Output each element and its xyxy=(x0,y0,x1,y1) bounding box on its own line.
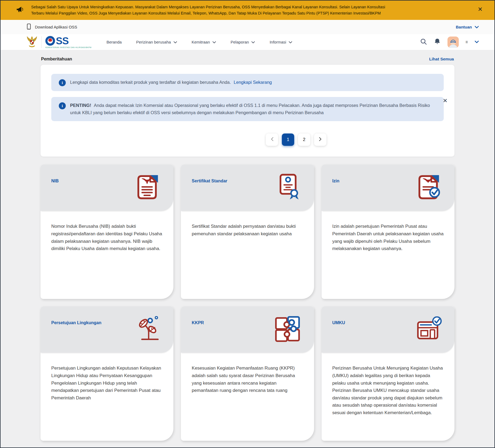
announcement-banner: Sebagai Salah Satu Upaya Untuk Meningkat… xyxy=(1,1,494,20)
card-description: Sertifikat Standar adalah pernyataan dan… xyxy=(181,211,314,237)
search-icon xyxy=(420,38,427,46)
license-cards-grid: NIB xyxy=(41,165,454,448)
alert-bold-prefix: PENTING! xyxy=(70,103,91,108)
close-icon: ✕ xyxy=(478,6,483,13)
pagination-next-button[interactable] xyxy=(314,133,326,146)
bell-icon xyxy=(434,38,441,46)
megaphone-icon xyxy=(16,6,24,14)
card-description: Nomor Induk Berusaha (NIB) adalah bukti … xyxy=(41,211,173,252)
chevron-down-icon xyxy=(173,40,177,44)
see-all-link[interactable]: Lihat Semua xyxy=(429,57,454,62)
close-icon: ✕ xyxy=(443,97,447,104)
card-persetujuan-lingkungan[interactable]: Persetujuan Lingkungan xyxy=(41,306,173,441)
card-description: Izin adalah persetujuan Pemerintah Pusat… xyxy=(322,211,454,252)
oss-o-mark xyxy=(45,36,55,46)
logo-divider xyxy=(41,36,42,48)
oss-wordmark: SS KEMENTERIAN INVESTASI DAN HILIRISASI/… xyxy=(45,36,92,48)
nav-item-kemitraan[interactable]: Kemitraan xyxy=(192,40,216,44)
nav-right-cluster: II xyxy=(420,37,479,48)
puzzle-icon xyxy=(274,316,301,343)
download-app-button[interactable]: Download Aplikasi OSS xyxy=(26,23,77,31)
oss-subtitle: KEMENTERIAN INVESTASI DAN HILIRISASI/BKP… xyxy=(45,46,92,48)
help-dropdown[interactable]: Bantuan xyxy=(456,25,479,29)
notifications-pagination: 1 2 xyxy=(51,133,444,146)
card-sertifikat-standar[interactable]: Sertifikat Standar xyxy=(181,165,314,299)
alert-text: Anda dapat melacak Izin Komersial atau O… xyxy=(70,103,430,115)
notifications-header: Pemberitahuan Lihat Semua xyxy=(41,57,454,62)
chevron-down-icon xyxy=(475,40,479,44)
card-kkpr[interactable]: KKPR Kesesuaian xyxy=(181,306,314,441)
card-title: Izin xyxy=(332,179,340,211)
smartphone-icon xyxy=(26,23,32,31)
card-nib[interactable]: NIB xyxy=(41,165,173,299)
info-icon: i xyxy=(59,79,66,86)
card-title: NIB xyxy=(51,179,59,211)
download-app-label: Download Aplikasi OSS xyxy=(35,25,77,29)
search-button[interactable] xyxy=(420,38,427,46)
nav-item-pelaporan[interactable]: Pelaporan xyxy=(231,40,255,44)
info-icon: i xyxy=(59,102,66,109)
utility-topbar: Download Aplikasi OSS Bantuan xyxy=(1,20,494,34)
browser-check-icon xyxy=(416,316,443,343)
chevron-down-icon xyxy=(212,40,216,44)
section-title: Pemberitahuan xyxy=(41,57,72,62)
oss-letters: SS xyxy=(56,36,68,46)
main-navbar: SS KEMENTERIAN INVESTASI DAN HILIRISASI/… xyxy=(1,34,494,50)
chevron-down-icon xyxy=(475,25,479,29)
document-check-icon xyxy=(415,174,441,201)
card-title: KKPR xyxy=(192,320,204,353)
card-title: Sertifikat Standar xyxy=(192,179,227,211)
nav-item-beranda[interactable]: Beranda xyxy=(107,40,122,44)
notifications-button[interactable] xyxy=(434,38,441,46)
chevron-right-icon xyxy=(319,137,322,143)
chevron-left-icon xyxy=(271,137,274,143)
plant-sprout-icon xyxy=(134,316,160,343)
card-description: Kesesuaian Kegiatan Pemanfaatan Ruang (K… xyxy=(181,353,314,394)
alert-close-button[interactable]: ✕ xyxy=(443,97,447,104)
pagination-page-2[interactable]: 2 xyxy=(298,133,310,146)
alert-commodity: i Lengkapi data komoditas terkait produk… xyxy=(51,74,444,91)
lengkapi-sekarang-link[interactable]: Lengkapi Sekarang xyxy=(234,80,272,85)
announcement-text: Sebagai Salah Satu Upaya Untuk Meningkat… xyxy=(31,4,388,16)
garuda-emblem-icon xyxy=(26,35,38,49)
notifications-panel: i Lengkapi data komoditas terkait produk… xyxy=(41,65,454,157)
alert-text: Lengkapi data komoditas terkait produk y… xyxy=(70,80,231,85)
account-dropdown[interactable] xyxy=(475,40,479,44)
card-title: Persetujuan Lingkungan xyxy=(51,320,101,353)
banner-close-button[interactable]: ✕ xyxy=(478,6,483,12)
oss-logo[interactable]: SS KEMENTERIAN INVESTASI DAN HILIRISASI/… xyxy=(26,35,92,49)
nav-item-perizinan-berusaha[interactable]: Perizinan berusaha xyxy=(136,40,177,44)
pagination-page-1[interactable]: 1 xyxy=(282,133,294,146)
help-label: Bantuan xyxy=(456,25,472,29)
nav-menu: Beranda Perizinan berusaha Kemitraan Pel… xyxy=(107,40,292,44)
certificate-ribbon-icon xyxy=(276,174,301,202)
chevron-down-icon xyxy=(251,40,255,44)
alert-penting: i PENTING! Anda dapat melacak Izin Komer… xyxy=(51,97,444,121)
chevron-down-icon xyxy=(289,40,292,44)
card-umku[interactable]: UMKU Perizinan Berusaha Untuk Menunjang … xyxy=(322,306,454,441)
card-description: Persetujuan Lingkungan adalah Keputusan … xyxy=(41,353,173,402)
user-avatar[interactable] xyxy=(447,37,459,48)
main-content: Pemberitahuan Lihat Semua i Lengkapi dat… xyxy=(1,50,494,448)
user-label: II xyxy=(466,40,468,44)
document-garuda-icon xyxy=(134,174,160,201)
card-title: UMKU xyxy=(332,320,345,353)
card-description: Perizinan Berusaha Untuk Menunjang Kegia… xyxy=(322,353,454,416)
card-izin[interactable]: Izin xyxy=(322,165,454,299)
nav-item-informasi[interactable]: Informasi xyxy=(270,40,292,44)
oss-homepage: Sebagai Salah Satu Upaya Untuk Meningkat… xyxy=(1,1,494,448)
pagination-prev-button[interactable] xyxy=(266,133,278,146)
